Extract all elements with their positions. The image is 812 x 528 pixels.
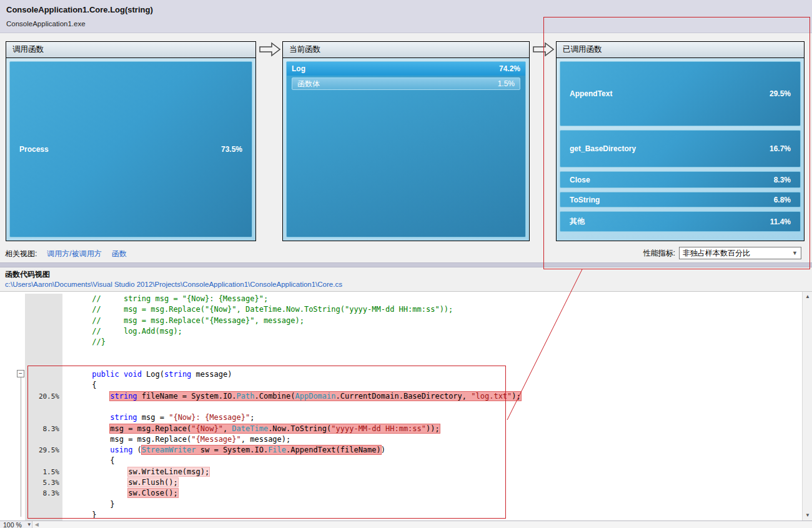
callee-item[interactable]: get_BaseDirectory16.7% [560, 130, 801, 167]
collapse-region-icon[interactable]: − [17, 370, 24, 377]
calling-functions-header: 调用函数 [6, 42, 255, 58]
function-body-percent: 1.5% [498, 79, 515, 88]
hot-line-highlight: sw.WriteLine(msg); [128, 467, 209, 476]
callee-percent: 11.4% [770, 217, 791, 226]
code-line: 8.3% sw.Close(); [0, 488, 802, 499]
code-line: 5.3% sw.Flush(); [0, 477, 802, 488]
line-sample-percent [25, 294, 62, 304]
horizontal-scrollbar[interactable]: ◀ [32, 521, 812, 528]
caller-percent: 73.5% [221, 145, 242, 154]
line-sample-percent: 8.3% [25, 424, 62, 434]
code-line: 8.3% msg = msg.Replace("{Now}", DateTime… [0, 424, 802, 434]
zoom-control[interactable]: 100 % ▼ [0, 521, 32, 528]
current-function-header: 当前函数 [283, 42, 529, 58]
code-line [0, 402, 802, 412]
code-line [0, 359, 802, 369]
flow-arrow-icon [259, 42, 280, 57]
calling-functions-body: Process 73.5% [6, 58, 255, 241]
callee-item[interactable]: 其他11.4% [560, 211, 801, 232]
callee-item[interactable]: ToString6.8% [560, 192, 801, 207]
line-sample-percent: 5.3% [25, 477, 62, 488]
current-function-body: Log 74.2% 函数体 1.5% [283, 58, 529, 241]
vertical-scrollbar[interactable]: ▲ ▼ [802, 292, 812, 521]
code-line: 20.5% string fileName = System.IO.Path.C… [0, 391, 802, 402]
line-sample-percent [25, 369, 62, 380]
current-function-name: Log [292, 64, 305, 73]
caller-item-process[interactable]: Process 73.5% [9, 61, 252, 237]
callee-name: ToString [570, 196, 600, 204]
metric-dropdown[interactable]: 非独占样本数百分比 ▼ [679, 247, 801, 259]
module-name: ConsoleApplication1.exe [6, 20, 86, 27]
current-function-panel: 当前函数 Log 74.2% 函数体 1.5% [282, 41, 530, 241]
code-line: // log.Add(msg); [0, 326, 802, 337]
performance-metric-row: 性能指标: 非独占样本数百分比 ▼ [643, 247, 801, 259]
code-lines: // string msg = "{Now}: {Message}"; // m… [0, 294, 802, 521]
callee-name: get_BaseDirectory [570, 144, 636, 153]
line-sample-percent [25, 316, 62, 326]
function-body-bar[interactable]: 函数体 1.5% [292, 77, 520, 90]
callee-name: Close [570, 176, 590, 184]
source-file-path-link[interactable]: c:\Users\Aaron\Documents\Visual Studio 2… [5, 281, 342, 288]
line-sample-percent [25, 456, 62, 466]
line-sample-percent [25, 304, 62, 315]
scroll-left-icon[interactable]: ◀ [32, 522, 39, 527]
callee-name: 其他 [570, 216, 585, 227]
zoom-level: 100 % [3, 521, 22, 528]
callee-item[interactable]: Close8.3% [560, 171, 801, 188]
callee-percent: 6.8% [774, 196, 791, 204]
code-view-title: 函数代码视图 [5, 269, 50, 280]
hot-line-highlight: msg = msg.Replace("{Now}", DateTime.Now.… [110, 424, 439, 433]
function-details-view: ConsoleApplication1.Core.Log(string) Con… [0, 0, 812, 528]
hot-line-highlight: StreamWriter sw = System.IO.File.AppendT… [142, 446, 381, 454]
related-views-label: 相关视图: [5, 249, 37, 259]
metric-label: 性能指标: [643, 248, 675, 259]
code-line: msg = msg.Replace("{Message}", message); [0, 434, 802, 445]
line-sample-percent [25, 434, 62, 445]
line-sample-percent [25, 380, 62, 391]
callee-item[interactable]: AppendText29.5% [560, 61, 801, 126]
line-sample-percent [25, 499, 62, 510]
line-sample-percent: 1.5% [25, 467, 62, 477]
line-sample-percent [25, 326, 62, 337]
line-sample-percent [25, 412, 62, 423]
current-function-percent: 74.2% [499, 64, 520, 73]
calling-functions-panel: 调用函数 Process 73.5% [6, 41, 256, 241]
page-title: ConsoleApplication1.Core.Log(string) [6, 5, 153, 14]
code-line [0, 347, 802, 358]
code-editor[interactable]: // string msg = "{Now}: {Message}"; // m… [0, 292, 802, 521]
code-line: // msg = msg.Replace("{Message}", messag… [0, 316, 802, 326]
callee-percent: 29.5% [770, 89, 791, 98]
chevron-down-icon: ▼ [792, 250, 798, 256]
section-splitter[interactable] [0, 262, 812, 267]
scroll-up-icon[interactable]: ▲ [803, 292, 812, 302]
called-functions-panel: 已调用函数 AppendText29.5%get_BaseDirectory16… [556, 41, 805, 241]
outline-guide-line [21, 373, 21, 517]
callers-callees-link[interactable]: 调用方/被调用方 [47, 249, 101, 259]
called-functions-header: 已调用函数 [557, 42, 804, 58]
hot-line-highlight: sw.Close(); [128, 489, 177, 497]
line-sample-percent [25, 510, 62, 521]
code-line: 29.5% using (StreamWriter sw = System.IO… [0, 445, 802, 456]
function-body-name: 函数体 [297, 79, 320, 89]
callee-name: AppendText [570, 89, 612, 98]
code-line: } [0, 510, 802, 521]
header-band: ConsoleApplication1.Core.Log(string) Con… [0, 0, 812, 33]
scroll-down-icon[interactable]: ▼ [803, 511, 812, 521]
line-sample-percent [25, 337, 62, 347]
line-sample-percent: 8.3% [25, 488, 62, 499]
code-line: 1.5% sw.WriteLine(msg); [0, 467, 802, 477]
metric-selected-value: 非独占样本数百分比 [683, 248, 750, 259]
code-line: { [0, 456, 802, 466]
code-line: public void Log(string message) [0, 369, 802, 380]
callee-list: AppendText29.5%get_BaseDirectory16.7%Clo… [560, 61, 801, 237]
callee-percent: 16.7% [770, 144, 791, 153]
functions-link[interactable]: 函数 [112, 249, 127, 259]
current-function-titlebar[interactable]: Log 74.2% [287, 62, 525, 76]
code-line: string msg = "{Now}: {Message}"; [0, 412, 802, 423]
line-sample-percent: 20.5% [25, 391, 62, 402]
related-views-row: 相关视图: 调用方/被调用方 函数 [5, 249, 127, 259]
current-function-box[interactable]: Log 74.2% 函数体 1.5% [286, 61, 526, 237]
editor-status-bar: 100 % ▼ ◀ [0, 521, 812, 528]
code-line: { [0, 380, 802, 391]
caller-name: Process [19, 145, 49, 154]
